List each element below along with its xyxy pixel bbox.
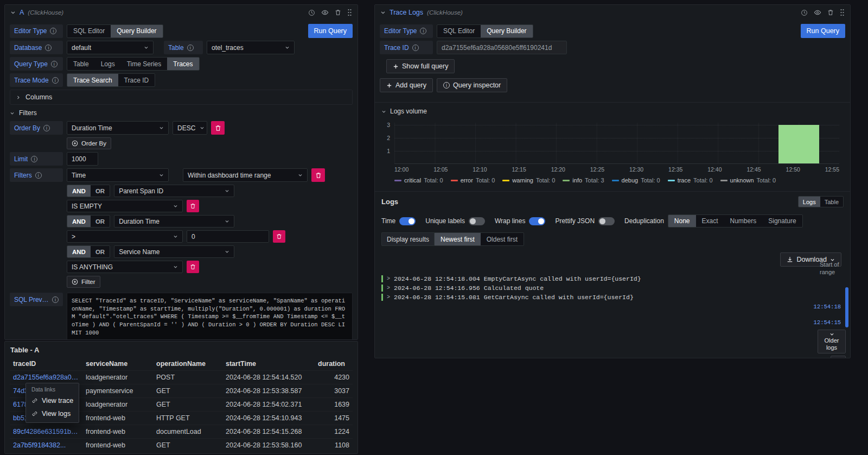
filter-operator-select[interactable]: IS ANYTHING — [67, 261, 183, 273]
query-type-traces[interactable]: Traces — [167, 58, 199, 70]
remove-filter-button[interactable] — [187, 261, 199, 273]
filters-section-header[interactable]: Filters — [10, 109, 353, 117]
eye-icon[interactable] — [814, 9, 821, 16]
remove-filter-button[interactable] — [311, 168, 325, 182]
dedup-signature-option[interactable]: Signature — [762, 215, 802, 227]
legend-item-debug[interactable]: debug Total: 0 — [612, 177, 660, 184]
query-ref-id[interactable]: A — [20, 9, 24, 16]
view-logs-menu-item[interactable]: View logs — [26, 407, 79, 420]
filter-field-select[interactable]: Parent Span ID — [114, 185, 234, 197]
column-header-duration[interactable]: duration — [315, 357, 353, 371]
log-row[interactable]: > 2024-06-28 12:54:16.956 Calculated quo… — [381, 283, 801, 293]
limit-input[interactable] — [67, 152, 98, 166]
info-icon[interactable]: i — [412, 45, 419, 51]
database-select[interactable]: default — [67, 41, 154, 54]
query-type-table[interactable]: Table — [67, 58, 95, 70]
legend-item-critical[interactable]: critical Total: 0 — [394, 177, 443, 184]
legend-item-trace[interactable]: trace Total: 0 — [668, 177, 713, 184]
trace-mode-id[interactable]: Trace ID — [118, 74, 155, 86]
legend-item-info[interactable]: info Total: 3 — [563, 177, 604, 184]
timeline-timestamp[interactable]: 12:54:15 — [814, 319, 841, 326]
time-toggle[interactable] — [399, 217, 416, 225]
filter-field-select[interactable]: Service Name — [114, 245, 234, 258]
history-icon[interactable] — [801, 9, 808, 16]
add-filter-button[interactable]: Filter — [67, 276, 100, 288]
trash-icon[interactable] — [827, 9, 834, 16]
filter-field-select[interactable]: Time — [67, 168, 169, 182]
logs-volume-header[interactable]: Logs volume — [381, 108, 844, 115]
remove-filter-button[interactable] — [187, 200, 199, 212]
editor-type-sql-editor[interactable]: SQL Editor — [437, 25, 481, 37]
column-header-servicename[interactable]: serviceName — [82, 357, 153, 371]
view-logs-option[interactable]: Logs — [799, 197, 820, 207]
query-type-logs[interactable]: Logs — [95, 58, 121, 70]
run-query-button[interactable]: Run Query — [308, 24, 353, 38]
info-icon[interactable]: i — [45, 45, 52, 51]
info-icon[interactable]: i — [31, 156, 37, 162]
legend-item-warning[interactable]: warning Total: 0 — [502, 177, 555, 184]
filter-value-input[interactable] — [187, 230, 269, 243]
and-option[interactable]: AND — [67, 216, 91, 227]
editor-type-sql-editor[interactable]: SQL Editor — [67, 25, 111, 37]
column-header-traceid[interactable]: traceID — [10, 357, 82, 371]
expand-chevron-icon[interactable]: > — [387, 276, 390, 282]
trace-id-link[interactable]: 2a7b5f9184382... — [10, 439, 82, 452]
info-icon[interactable]: i — [420, 28, 426, 34]
or-option[interactable]: OR — [91, 185, 110, 197]
remove-filter-button[interactable] — [273, 230, 285, 243]
order-by-direction-select[interactable]: DESC — [173, 121, 207, 135]
oldest-first-option[interactable]: Oldest first — [481, 233, 524, 245]
dedup-exact-option[interactable]: Exact — [696, 215, 724, 227]
chevron-down-icon[interactable] — [380, 10, 386, 15]
log-row[interactable]: > 2024-06-28 12:54:15.081 GetCartAsync c… — [381, 293, 801, 302]
dedup-numbers-option[interactable]: Numbers — [724, 215, 763, 227]
log-row[interactable]: > 2024-06-28 12:54:18.004 EmptyCartAsync… — [381, 274, 801, 283]
table-select[interactable]: otel_traces — [207, 41, 295, 54]
sql-preview-code[interactable]: SELECT "TraceId" as traceID, "ServiceNam… — [67, 293, 353, 340]
query-inspector-button[interactable]: i Query inspector — [437, 78, 507, 92]
info-icon[interactable]: i — [52, 296, 59, 303]
info-icon[interactable]: i — [50, 28, 56, 34]
unique-labels-toggle[interactable] — [469, 217, 485, 225]
chevron-down-icon[interactable] — [10, 10, 16, 15]
newest-first-option[interactable]: Newest first — [435, 233, 481, 245]
info-icon[interactable]: i — [187, 45, 194, 51]
expand-chevron-icon[interactable]: > — [387, 285, 390, 291]
editor-type-query-builder[interactable]: Query Builder — [481, 25, 532, 37]
or-option[interactable]: OR — [91, 216, 110, 227]
filter-field-select[interactable]: Duration Time — [114, 215, 234, 228]
query-type-time-series[interactable]: Time Series — [121, 58, 168, 70]
info-icon[interactable]: i — [35, 172, 42, 179]
trace-id-link[interactable]: 89cf4286e631591b4... — [10, 425, 82, 439]
order-by-field-select[interactable]: Duration Time — [67, 121, 169, 135]
expand-chevron-icon[interactable]: > — [387, 294, 390, 300]
panel-title[interactable]: Trace Logs — [390, 9, 423, 16]
scroll-to-top-button[interactable] — [831, 356, 846, 358]
remove-order-by-button[interactable] — [211, 121, 225, 135]
info-volume-bar[interactable] — [778, 125, 819, 163]
view-trace-menu-item[interactable]: View trace — [26, 394, 79, 407]
history-icon[interactable] — [308, 9, 315, 16]
columns-section-header[interactable]: Columns — [10, 90, 353, 105]
run-query-button[interactable]: Run Query — [801, 24, 845, 38]
drag-grip-icon[interactable] — [840, 9, 845, 16]
column-header-starttime[interactable]: startTime — [222, 357, 315, 371]
trace-id-input[interactable] — [437, 41, 567, 54]
show-full-query-button[interactable]: Show full query — [386, 59, 455, 73]
column-header-operationname[interactable]: operationName — [153, 357, 222, 371]
legend-item-error[interactable]: error Total: 0 — [451, 177, 495, 184]
info-icon[interactable]: i — [52, 77, 59, 84]
add-order-by-button[interactable]: Order By — [67, 137, 111, 149]
dedup-none-option[interactable]: None — [668, 215, 696, 227]
filter-value-select[interactable]: Within dashboard time range — [183, 168, 308, 182]
timeline-timestamp[interactable]: 12:54:18 — [814, 304, 841, 310]
info-icon[interactable]: i — [43, 125, 50, 131]
trace-mode-search[interactable]: Trace Search — [67, 74, 118, 86]
add-query-button[interactable]: Add query — [380, 78, 433, 92]
prettify-json-toggle[interactable] — [598, 217, 615, 225]
editor-type-query-builder[interactable]: Query Builder — [111, 25, 162, 37]
drag-grip-icon[interactable] — [347, 9, 352, 16]
legend-item-unknown[interactable]: unknown Total: 0 — [720, 177, 776, 184]
eye-icon[interactable] — [321, 9, 329, 16]
wrap-lines-toggle[interactable] — [529, 217, 545, 225]
